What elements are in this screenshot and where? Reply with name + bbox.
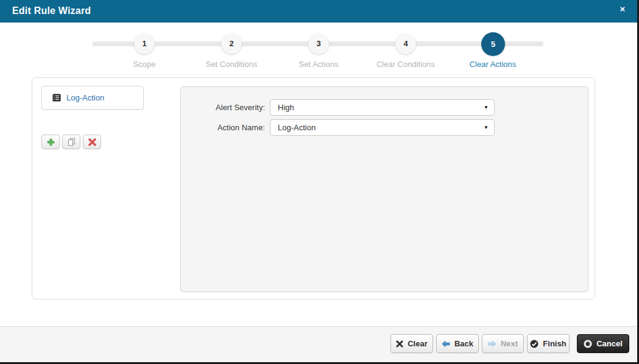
cancel-button-label: Cancel (596, 339, 623, 348)
action-item-label: Log-Action (66, 93, 104, 102)
action-name-select[interactable]: Log-Action ▼ (270, 119, 495, 136)
finish-button[interactable]: Finish (527, 334, 570, 353)
clear-x-icon (396, 340, 403, 348)
clear-button[interactable]: Clear (390, 334, 433, 353)
list-icon (52, 94, 61, 102)
action-name-label: Action Name: (181, 119, 265, 136)
titlebar: Edit Rule Wizard × (0, 0, 637, 23)
next-button[interactable]: Next (482, 334, 524, 353)
action-name-value: Log-Action (278, 123, 316, 132)
chevron-down-icon: ▼ (484, 120, 489, 136)
clear-button-label: Clear (408, 339, 428, 348)
cancel-button[interactable]: Cancel (577, 334, 629, 353)
step-label-3: Set Actions (273, 60, 364, 69)
clear-actions-form-panel: Alert Severity: High ▼ Action Name: Log-… (180, 86, 588, 292)
edit-rule-wizard-dialog: Edit Rule Wizard × 1 Scope 2 Set Conditi… (0, 0, 639, 364)
add-action-button[interactable] (41, 135, 60, 149)
delete-action-button[interactable] (83, 135, 101, 149)
step-circle-4[interactable]: 4 (395, 33, 416, 54)
step-label-4: Clear Conditions (360, 60, 451, 69)
finish-check-icon (530, 340, 538, 348)
close-icon[interactable]: × (617, 0, 628, 18)
window-title: Edit Rule Wizard (12, 0, 91, 22)
action-list-item-log-action[interactable]: Log-Action (41, 86, 144, 110)
copy-icon (68, 138, 76, 146)
back-button-label: Back (454, 339, 473, 348)
step-circle-5[interactable]: 5 (481, 32, 505, 56)
wizard-content-panel: Log-Action (32, 77, 595, 299)
alert-severity-select[interactable]: High ▼ (270, 99, 495, 116)
step-progress-bar: 1 Scope 2 Set Conditions 3 Set Actions 4… (0, 23, 637, 77)
step-circle-2[interactable]: 2 (221, 33, 242, 54)
step-label-1: Scope (99, 60, 190, 69)
step-circle-3[interactable]: 3 (308, 33, 329, 54)
wizard-footer: Clear Back Next (0, 326, 637, 362)
next-arrow-icon (488, 340, 496, 348)
copy-action-button[interactable] (62, 135, 80, 149)
cancel-circle-icon (584, 340, 592, 348)
footer-button-row: Clear Back Next (390, 334, 629, 353)
alert-severity-label: Alert Severity: (181, 99, 265, 116)
delete-x-icon (88, 138, 96, 146)
alert-severity-value: High (278, 103, 294, 112)
back-arrow-icon (442, 340, 450, 348)
add-plus-icon (47, 138, 55, 146)
back-button[interactable]: Back (436, 334, 479, 353)
step-label-5: Clear Actions (447, 60, 538, 69)
finish-button-label: Finish (543, 339, 566, 348)
next-button-label: Next (501, 339, 518, 348)
action-list-toolbar (41, 135, 101, 149)
step-label-2: Set Conditions (186, 60, 277, 69)
chevron-down-icon: ▼ (484, 100, 489, 116)
step-circle-1[interactable]: 1 (134, 33, 155, 54)
